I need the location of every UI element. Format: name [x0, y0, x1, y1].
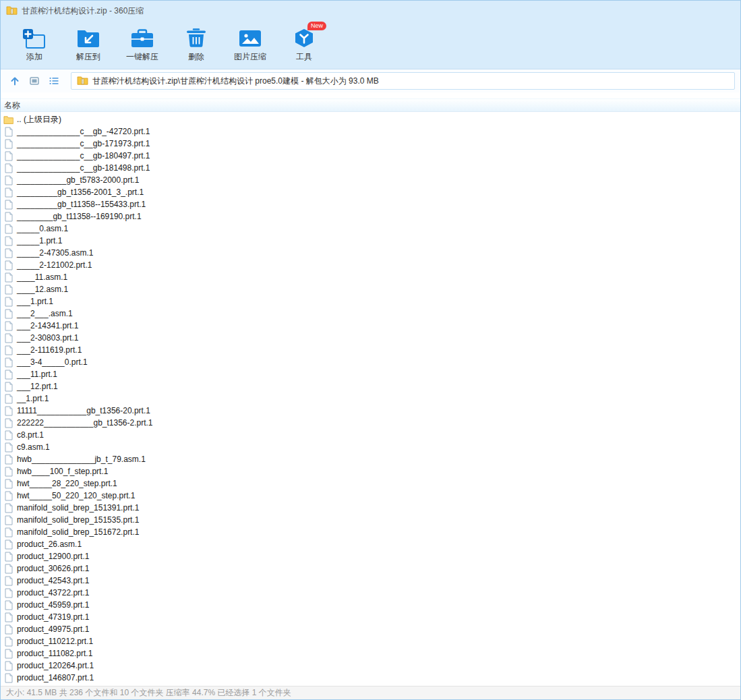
file-row[interactable]: ______________c__gb_-42720.prt.1 [1, 125, 740, 138]
file-row[interactable]: product_12900.prt.1 [1, 550, 740, 562]
file-row[interactable]: hwb____100_f_step.prt.1 [1, 465, 740, 477]
file-row[interactable]: __1.prt.1 [1, 392, 740, 405]
address-bar[interactable]: 甘蔗榨汁机结构设计.zip\甘蔗榨汁机结构设计 proe5.0建模 - 解包大小… [71, 72, 735, 90]
file-row[interactable]: hwt_____28_220_step.prt.1 [1, 477, 740, 490]
file-icon [3, 345, 13, 355]
toolbar-button-label: 解压到 [76, 51, 100, 63]
file-row[interactable]: hwt_____50_220_120_step.prt.1 [1, 490, 740, 502]
file-row[interactable]: ___2-14341.prt.1 [1, 320, 740, 332]
up-arrow-icon[interactable] [8, 74, 22, 88]
file-row[interactable]: 222222___________gb_t1356-2.prt.1 [1, 417, 740, 429]
file-row[interactable]: hwb______________jb_t_79.asm.1 [1, 453, 740, 465]
file-name: ______________c__gb-180497.prt.1 [17, 151, 150, 161]
file-row[interactable]: c8.prt.1 [1, 429, 740, 441]
file-name: ________gb_t11358--169190.prt.1 [17, 212, 142, 221]
file-icon [3, 649, 13, 659]
file-row[interactable]: ___2___.asm.1 [1, 308, 740, 320]
file-icon [3, 309, 13, 319]
file-row[interactable]: product_45959.prt.1 [1, 599, 740, 611]
file-name: manifold_solid_brep_151391.prt.1 [17, 503, 139, 513]
file-icon [3, 600, 13, 610]
file-row[interactable]: ___3-4_____0.prt.1 [1, 356, 740, 368]
view-mode-icon[interactable] [28, 74, 41, 88]
file-name: product_26.asm.1 [17, 539, 82, 549]
file-row[interactable]: manifold_solid_brep_151535.prt.1 [1, 514, 740, 526]
file-row[interactable]: ___________gb_t5783-2000.prt.1 [1, 174, 740, 186]
file-icon [3, 163, 13, 173]
file-icon [3, 467, 13, 477]
file-icon [3, 139, 13, 149]
file-row[interactable]: manifold_solid_brep_151391.prt.1 [1, 502, 740, 514]
file-name: manifold_solid_brep_151672.prt.1 [17, 527, 139, 537]
file-name: product_110212.prt.1 [17, 637, 93, 646]
file-row[interactable]: ________gb_t11358--169190.prt.1 [1, 210, 740, 223]
file-name: ______________c__gb_-42720.prt.1 [17, 127, 150, 136]
toolbar-button-add[interactable]: 添加 [9, 23, 59, 66]
parent-directory-row[interactable]: .. (上级目录) [1, 113, 740, 125]
folder-icon [3, 115, 13, 124]
file-name: product_42543.prt.1 [17, 576, 89, 585]
file-row[interactable]: product_120264.prt.1 [1, 660, 740, 672]
file-name: product_30626.prt.1 [17, 564, 89, 573]
file-row[interactable]: product_146807.prt.1 [1, 672, 740, 684]
file-row[interactable]: _________gb_t11358--155433.prt.1 [1, 198, 740, 210]
parent-directory-label: .. (上级目录) [17, 114, 61, 125]
file-name: __1.prt.1 [17, 394, 49, 403]
file-row[interactable]: product_110212.prt.1 [1, 635, 740, 647]
file-icon [3, 673, 13, 683]
file-row[interactable]: product_111082.prt.1 [1, 647, 740, 660]
toolbar-button-label: 工具 [296, 51, 312, 63]
file-name: 222222___________gb_t1356-2.prt.1 [17, 418, 153, 428]
file-icon [3, 151, 13, 161]
file-icon [3, 321, 13, 331]
file-row[interactable]: ______________c__gb-180497.prt.1 [1, 150, 740, 162]
file-row[interactable]: ___11.prt.1 [1, 368, 740, 380]
toolbar-button-tools[interactable]: New 工具 [279, 23, 329, 66]
file-icon [3, 503, 13, 513]
file-name: ___11.prt.1 [17, 370, 57, 379]
file-row[interactable]: ______________c__gb-171973.prt.1 [1, 138, 740, 150]
file-name: product_49975.prt.1 [17, 624, 89, 634]
file-icon [3, 285, 13, 295]
file-row[interactable]: ______________c__gb-181498.prt.1 [1, 162, 740, 174]
file-name: _____2-47305.asm.1 [17, 248, 93, 258]
toolbar-button-delete[interactable]: 删除 [171, 23, 221, 66]
file-row[interactable]: _____0.asm.1 [1, 223, 740, 235]
file-row[interactable]: _____2-121002.prt.1 [1, 259, 740, 271]
file-row[interactable]: product_49975.prt.1 [1, 623, 740, 635]
file-row[interactable]: manifold_solid_brep_151672.prt.1 [1, 526, 740, 538]
file-row[interactable]: ____12.asm.1 [1, 283, 740, 295]
file-icon [3, 527, 13, 537]
file-row[interactable]: c9.asm.1 [1, 441, 740, 453]
file-row[interactable]: ___2-30803.prt.1 [1, 332, 740, 344]
toolbar-button-image-compress[interactable]: 图片压缩 [225, 23, 275, 66]
file-icon [3, 430, 13, 440]
file-row[interactable]: ___12.prt.1 [1, 380, 740, 392]
file-row[interactable]: ___1.prt.1 [1, 295, 740, 308]
file-name: product_111082.prt.1 [17, 649, 92, 658]
list-view-icon[interactable] [47, 74, 61, 88]
file-row[interactable]: _________gb_t1356-2001_3_.prt.1 [1, 186, 740, 198]
file-row[interactable]: _____1.prt.1 [1, 235, 740, 247]
column-header-name[interactable]: 名称 [1, 98, 740, 112]
file-row[interactable]: product_26.asm.1 [1, 538, 740, 550]
file-icon [3, 539, 13, 550]
toolbar-button-extract-to[interactable]: 解压到 [63, 23, 113, 66]
file-row[interactable]: product_30626.prt.1 [1, 562, 740, 575]
image-compress-icon [237, 26, 263, 49]
file-name: ___12.prt.1 [17, 382, 58, 391]
file-icon [3, 588, 13, 598]
file-row[interactable]: ____11.asm.1 [1, 271, 740, 283]
file-row[interactable]: _____2-47305.asm.1 [1, 247, 740, 259]
file-row[interactable]: product_42543.prt.1 [1, 575, 740, 587]
file-row[interactable]: ___2-111619.prt.1 [1, 344, 740, 356]
file-row[interactable]: 11111___________gb_t1356-20.prt.1 [1, 405, 740, 417]
toolbar-button-one-click-extract[interactable]: 一键解压 [117, 23, 167, 66]
file-row[interactable]: product_47319.prt.1 [1, 611, 740, 623]
add-icon [22, 26, 47, 49]
file-row[interactable]: product_43722.prt.1 [1, 587, 740, 599]
file-icon [3, 564, 13, 574]
file-name: ___2-14341.prt.1 [17, 321, 78, 330]
file-name: manifold_solid_brep_151535.prt.1 [17, 515, 139, 525]
file-list: .. (上级目录) ______________c__gb_-42720.prt… [1, 112, 740, 686]
